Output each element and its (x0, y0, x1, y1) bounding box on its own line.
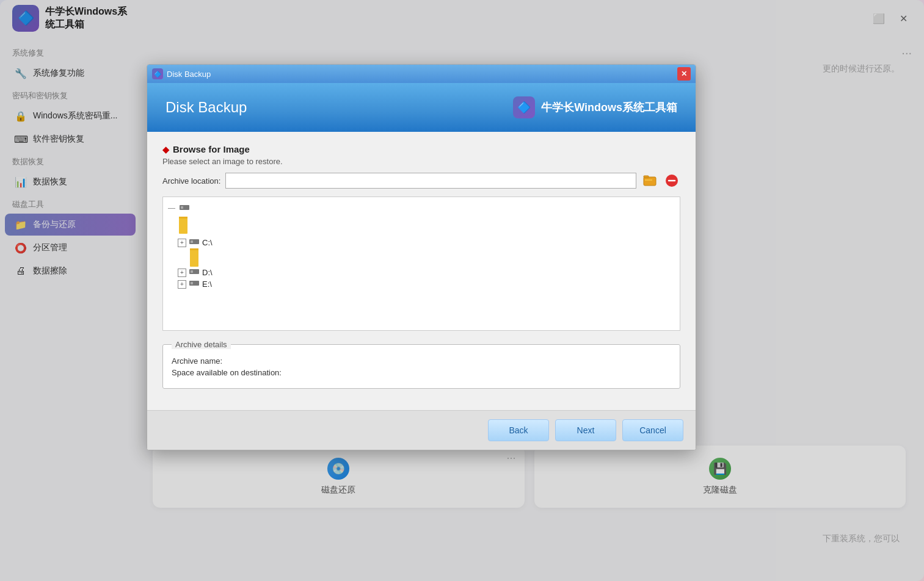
dialog-close-button[interactable]: ✕ (677, 67, 691, 81)
dialog-header-title: Disk Backup (166, 99, 247, 116)
svg-rect-0 (644, 177, 656, 186)
diamond-icon: ◆ (162, 145, 169, 154)
expand-c-button[interactable]: + (178, 239, 186, 247)
space-available-row: Space available on destination: (172, 368, 671, 377)
expand-e-button[interactable]: + (178, 280, 186, 289)
browse-title: ◆ Browse for Image (162, 144, 680, 154)
root-folder-node (178, 215, 675, 237)
svg-rect-12 (190, 248, 198, 250)
archive-name-row: Archive name: (172, 356, 671, 366)
svg-rect-7 (179, 217, 187, 234)
dialog-titlebar: 🔷 Disk Backup ✕ (147, 65, 696, 83)
cancel-button[interactable]: Cancel (622, 419, 683, 441)
archive-location-row: Archive location: (162, 172, 680, 189)
folder-open-icon (642, 173, 657, 188)
dialog-titlebar-left: 🔷 Disk Backup (152, 68, 211, 79)
svg-rect-1 (644, 176, 649, 178)
tree-root: — (168, 202, 675, 290)
root-dash: — (168, 204, 176, 212)
tree-node-d[interactable]: + D:\ (178, 267, 675, 278)
file-tree-container[interactable]: — (162, 197, 680, 331)
archive-add-button[interactable] (641, 172, 658, 189)
dialog-body: ◆ Browse for Image Please select an imag… (147, 132, 696, 410)
disk-backup-dialog: 🔷 Disk Backup ✕ Disk Backup 🔷 牛学长Windows… (147, 64, 696, 450)
archive-details-fieldset: Archive details Archive name: Space avai… (162, 340, 680, 389)
drive-c-label: C:\ (202, 238, 213, 247)
dialog-app-icon: 🔷 (152, 68, 163, 79)
svg-rect-11 (190, 248, 198, 267)
root-drive-icon (180, 203, 189, 213)
dialog-logo-icon: 🔷 (513, 96, 535, 118)
folder-c-icon (189, 248, 200, 267)
archive-location-label: Archive location: (162, 176, 220, 186)
archive-location-input[interactable] (225, 173, 636, 189)
dialog-title-text: Disk Backup (167, 70, 211, 79)
archive-remove-button[interactable] (663, 172, 680, 189)
next-button[interactable]: Next (555, 419, 616, 441)
back-button[interactable]: Back (488, 419, 549, 441)
svg-rect-16 (191, 282, 193, 284)
svg-rect-8 (179, 217, 187, 218)
dialog-logo-text: 牛学长Windows系统工具箱 (541, 100, 677, 115)
browse-subtitle: Please select an image to restore. (162, 157, 680, 166)
expand-d-button[interactable]: + (178, 269, 186, 277)
tree-root-node[interactable]: — (168, 202, 675, 214)
dialog-header-logo: 🔷 牛学长Windows系统工具箱 (513, 96, 677, 118)
tree-node-c[interactable]: + C:\ (178, 237, 675, 248)
svg-rect-2 (645, 179, 652, 181)
drive-c-icon (189, 238, 199, 247)
tree-node-e[interactable]: + E:\ (178, 278, 675, 290)
drive-e-icon (189, 280, 199, 289)
svg-rect-10 (191, 240, 193, 243)
drive-d-label: D:\ (202, 268, 213, 277)
svg-rect-14 (191, 270, 193, 273)
dialog-header: Disk Backup 🔷 牛学长Windows系统工具箱 (147, 83, 696, 132)
dialog-footer: Back Next Cancel (147, 410, 696, 450)
browse-section: ◆ Browse for Image Please select an imag… (162, 144, 680, 331)
svg-rect-6 (181, 206, 183, 209)
drive-e-label: E:\ (202, 280, 212, 289)
drive-d-icon (189, 268, 199, 277)
remove-icon (665, 174, 678, 187)
archive-details-legend: Archive details (172, 340, 231, 349)
